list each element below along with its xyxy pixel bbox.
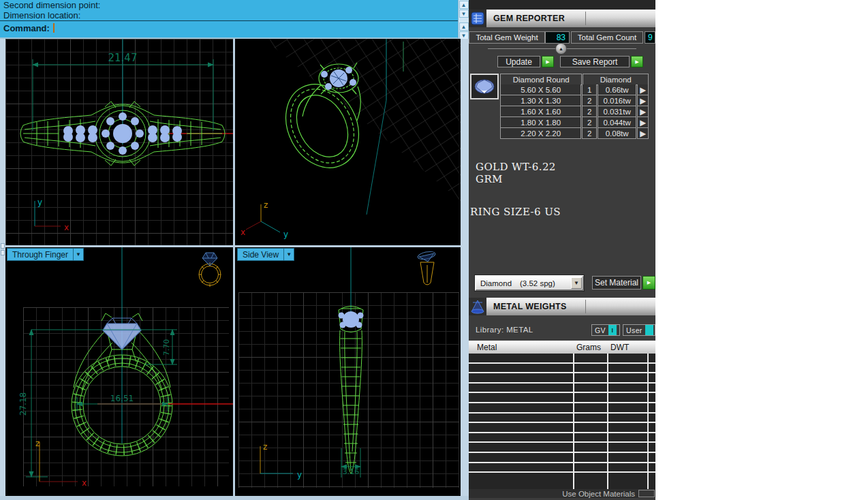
axis-tripod: z x y: [241, 200, 288, 239]
play-icon: ▶: [640, 129, 646, 138]
gem-table-row[interactable]: 1.80 X 1.80 2 0.044tw ▶: [500, 117, 649, 128]
text-cursor: [53, 23, 55, 33]
update-go-button[interactable]: ▶: [542, 56, 554, 67]
scale-icon[interactable]: [469, 298, 486, 315]
viewport-bottom-right[interactable]: 3.16 z y Side View ▼: [235, 247, 461, 496]
metal-table-row[interactable]: [469, 393, 655, 403]
gem-row-action-button[interactable]: ▶: [637, 84, 649, 95]
viewport-top-right[interactable]: z x y: [235, 39, 461, 245]
metal-table-row[interactable]: [469, 354, 655, 364]
gem-table-row[interactable]: 1.30 X 1.30 2 0.016tw ▶: [500, 95, 649, 106]
metal-table-row[interactable]: [469, 384, 655, 394]
gem-size: 5.60 X 5.60: [500, 84, 581, 95]
axis-icon-front: z x: [35, 439, 87, 488]
viewport-top-left[interactable]: 21.47 y x: [5, 39, 233, 245]
metal-table-row[interactable]: [469, 463, 655, 473]
perspective-drawing: z x y: [235, 39, 461, 245]
collapse-button[interactable]: ▲: [555, 43, 567, 54]
metal-table-footer: Use Object Materials: [469, 489, 655, 498]
metal-table-body[interactable]: [469, 354, 655, 489]
top-view-drawing: 21.47 y x: [5, 39, 233, 245]
metal-table-row[interactable]: [469, 433, 655, 443]
ring-size-note: RING SIZE-6 US: [469, 206, 655, 218]
axis-icon-top-left: y x: [35, 198, 69, 232]
gold-weight-note: GOLD WT-6.22: [469, 161, 655, 173]
metal-table-row[interactable]: [469, 373, 655, 384]
collapsed-sidebar-strip[interactable]: [0, 39, 5, 496]
gem-reporter-header[interactable]: GEM REPORTER: [486, 10, 655, 27]
set-material-go-button[interactable]: ▶: [642, 276, 655, 290]
gem-weight: 0.66tw: [598, 84, 636, 95]
gem-table-row[interactable]: 5.60 X 5.60 1 0.66tw ▶: [500, 84, 649, 95]
sidebar-handle[interactable]: [1, 243, 5, 249]
dimension-head-text: 7.70: [162, 339, 171, 356]
user-label: User: [623, 325, 645, 335]
command-input[interactable]: Command:: [0, 20, 458, 35]
viewport-view-dropdown[interactable]: Through Finger ▼: [7, 248, 84, 261]
scroll-up-icon[interactable]: ▲: [459, 1, 469, 9]
gem-size-header: Diamond Round: [500, 74, 582, 85]
play-icon: ▶: [647, 280, 651, 285]
command-scrollbar[interactable]: ▲ ▼ ▲ ▼: [458, 0, 469, 39]
sidebar-handle[interactable]: [1, 250, 5, 255]
gv-button[interactable]: GV I: [591, 324, 620, 336]
gem-row-action-button[interactable]: ▶: [637, 106, 649, 117]
dropdown-arrow-icon[interactable]: ▼: [571, 277, 582, 289]
axis-label-x: x: [241, 228, 245, 237]
ring-wireframe-side[interactable]: [339, 307, 363, 474]
matrix-cad-window: Second dimension point: Dimension locati…: [0, 0, 868, 500]
gem-thumbnail[interactable]: [470, 74, 499, 99]
viewport-bottom-edge: [0, 496, 469, 500]
chevron-down-icon[interactable]: ▼: [73, 249, 83, 260]
axis-label-z: z: [264, 200, 268, 210]
gem-count: 2: [582, 117, 597, 128]
report-notes: GOLD WT-6.22 GRM RING SIZE-6 US: [469, 161, 655, 218]
gold-weight-unit-note: GRM: [469, 173, 655, 185]
save-report-button[interactable]: Save Report: [560, 56, 630, 67]
gem-count: 1: [582, 84, 597, 95]
gem-row-action-button[interactable]: ▶: [637, 117, 649, 128]
metal-table-row[interactable]: [469, 413, 655, 424]
command-history-panel[interactable]: Second dimension point: Dimension locati…: [0, 0, 458, 39]
viewport-view-dropdown[interactable]: Side View ▼: [237, 248, 294, 261]
user-button[interactable]: User: [623, 324, 655, 336]
gem-row-action-button[interactable]: ▶: [637, 128, 649, 139]
gem-weight: 0.016tw: [598, 95, 636, 106]
scale-icon-glyph: [470, 299, 485, 314]
ring-style-icon: [199, 253, 221, 287]
save-report-go-button[interactable]: ▶: [631, 56, 643, 67]
gem-table-row[interactable]: 2.20 X 2.20 2 0.08tw ▶: [500, 128, 649, 139]
gem-table-row[interactable]: 1.60 X 1.60 2 0.031tw ▶: [500, 106, 649, 117]
play-icon: ▶: [640, 85, 646, 95]
material-detail: (3.52 spg): [512, 279, 555, 287]
metal-table-row[interactable]: [469, 423, 655, 433]
dimension-diameter-text: 16.51: [110, 394, 134, 403]
gem-reporter-title: GEM REPORTER: [493, 14, 565, 23]
gem-count: 2: [582, 106, 597, 117]
gem-size: 1.30 X 1.30: [500, 95, 581, 106]
metal-weights-header[interactable]: METAL WEIGHTS: [486, 298, 655, 315]
axis-label-y: y: [297, 470, 302, 480]
prompt-scroll-up-icon[interactable]: ▲: [459, 22, 469, 31]
perspective-grid-plane: [264, 39, 461, 201]
update-button[interactable]: Update: [497, 56, 540, 67]
material-dropdown[interactable]: Diamond (3.52 spg) ▼: [475, 275, 584, 291]
chevron-down-icon[interactable]: ▼: [283, 249, 294, 260]
metal-table-row[interactable]: [469, 453, 655, 463]
play-icon: ▶: [546, 59, 549, 65]
gem-row-action-button[interactable]: ▶: [637, 95, 649, 106]
metal-table-row[interactable]: [469, 403, 655, 413]
total-gem-count-value: 9: [645, 31, 655, 44]
use-object-materials-toggle[interactable]: [638, 490, 655, 497]
viewport-bottom-left[interactable]: 27.18 7.70 16.51 z x T: [5, 247, 233, 496]
panel-top-strip: [469, 0, 655, 10]
metal-table-row[interactable]: [469, 443, 655, 453]
metal-table-row[interactable]: [469, 364, 655, 374]
gem-reporter-icon-glyph: [471, 12, 484, 25]
gem-reporter-icon[interactable]: [469, 10, 486, 27]
set-material-button[interactable]: Set Material: [592, 276, 641, 290]
gem-weight: 0.08tw: [598, 128, 636, 139]
scroll-down-icon[interactable]: ▼: [459, 10, 469, 18]
axis-label-z: z: [263, 442, 267, 452]
gem-count: 2: [582, 95, 597, 106]
